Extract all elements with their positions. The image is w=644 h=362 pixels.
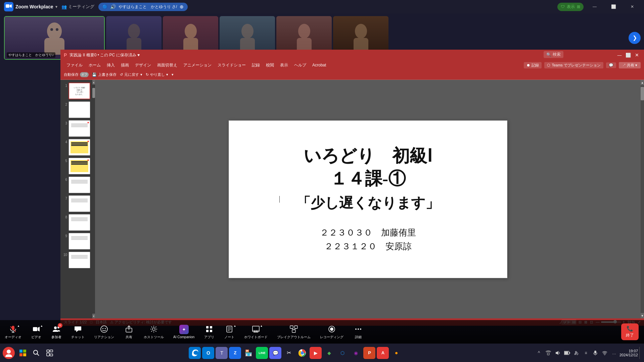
meeting-tab[interactable]: 👥 ミーティング <box>61 4 94 10</box>
taskbar-app1[interactable]: ▶ <box>310 347 322 359</box>
chat-tool[interactable]: チャット <box>66 323 89 341</box>
comments-icon-btn[interactable]: 💬 <box>606 62 616 68</box>
menu-animations[interactable]: アニメーション <box>181 62 214 69</box>
sys-sound[interactable] <box>554 349 562 357</box>
ppt-search-box[interactable]: 🔍 検索 <box>544 51 563 58</box>
slide-view-scrollbar[interactable]: ▲ ▼ <box>641 80 644 318</box>
share-tool[interactable]: 共有 <box>119 323 139 341</box>
menu-design[interactable]: デザイン <box>132 62 154 69</box>
scroll-down-btn[interactable]: ▼ <box>92 314 95 318</box>
menu-home[interactable]: ホーム <box>86 62 103 69</box>
audio-chevron[interactable]: ▲ <box>17 324 20 327</box>
taskview-button[interactable] <box>43 346 56 360</box>
whiteboard-tool[interactable]: ▲ ホワイトボード <box>239 323 272 341</box>
slide-thumb-5[interactable]: 5★ <box>62 158 90 174</box>
close-button[interactable]: ✕ <box>625 1 640 12</box>
taskbar-app3[interactable]: ⬡ <box>336 347 349 359</box>
menu-acrobat[interactable]: Acrobat <box>310 62 329 68</box>
gallery-next-button[interactable]: ❯ <box>629 32 641 44</box>
taskbar-teams[interactable]: T <box>216 347 228 359</box>
reaction-tool[interactable]: リアクション <box>89 323 119 341</box>
slide-thumb-4[interactable]: 4★ <box>62 139 90 156</box>
minimize-button[interactable]: — <box>587 1 602 12</box>
notes-chevron[interactable]: ▲ <box>233 324 236 327</box>
sys-mic[interactable] <box>591 349 599 357</box>
taskbar-user-avatar[interactable] <box>3 347 15 359</box>
host-tools-tool[interactable]: ホストツール <box>139 323 169 341</box>
sys-ja[interactable]: あ <box>572 349 581 357</box>
video-tool[interactable]: ▲ ビデオ <box>26 323 46 341</box>
slide-thumb-10[interactable]: 10 <box>62 252 90 268</box>
start-button[interactable] <box>16 346 30 360</box>
taskbar-acrobat[interactable]: A <box>377 347 389 359</box>
ppt-restore[interactable]: ⬜ <box>625 51 632 59</box>
more-tool[interactable]: 詳細 <box>348 323 368 341</box>
participants-more-btn[interactable]: ⊕ <box>180 4 184 9</box>
slide-thumb-7[interactable]: 7 <box>62 195 90 212</box>
recording-tool[interactable]: レコーディング <box>315 323 348 341</box>
undo-icon[interactable]: ↺ <box>120 72 123 77</box>
sys-chevron[interactable]: ^ <box>535 349 543 357</box>
end-button[interactable]: 📞 終了 <box>621 323 639 340</box>
taskbar-app5[interactable]: ● <box>390 347 402 359</box>
taskbar-powerpoint[interactable]: P <box>363 347 375 359</box>
ppt-close[interactable]: ✕ <box>633 51 641 59</box>
taskbar-zoom[interactable]: Z <box>229 347 241 359</box>
video-chevron[interactable]: ▲ <box>40 324 43 327</box>
restore-button[interactable]: ⬜ <box>606 1 621 12</box>
taskbar-chrome[interactable] <box>296 347 308 359</box>
undo-dropdown[interactable]: ▾ <box>140 72 142 77</box>
slide-thumb-3[interactable]: 3★ <box>62 120 90 137</box>
menu-insert[interactable]: 挿入 <box>104 62 118 69</box>
teams-present-btn[interactable]: ⬡ Teams でプレゼンテーション <box>544 62 603 68</box>
redo-icon[interactable]: ↻ <box>146 72 149 77</box>
security-button[interactable]: 🛡 表示 ⊞ <box>557 3 584 11</box>
scroll-up-btn[interactable]: ▲ <box>92 80 95 85</box>
sys-battery[interactable] <box>563 349 571 357</box>
whiteboard-chevron[interactable]: ▲ <box>260 324 263 327</box>
autosave-toggle[interactable]: オフ <box>80 72 89 77</box>
record-btn[interactable]: ⏺ 記録 <box>524 62 542 68</box>
ai-companion-tool[interactable]: ✦ AI Companion <box>169 323 199 340</box>
taskbar-app4[interactable]: ◉ <box>350 347 362 359</box>
menu-draw[interactable]: 描画 <box>118 62 132 69</box>
slide-thumb-2[interactable]: 2 <box>62 101 90 118</box>
slide-thumb-1[interactable]: 1いろどり 初級Ⅰ14課-①「少し遅くなります」 <box>62 83 90 99</box>
taskbar-store[interactable]: 🏪 <box>242 347 255 359</box>
vscroll-thumb[interactable] <box>641 87 644 100</box>
menu-help[interactable]: ヘルプ <box>291 62 309 69</box>
taskbar-outlook[interactable]: O <box>202 347 214 359</box>
scroll-thumb[interactable] <box>92 88 95 98</box>
redo-dropdown[interactable]: ▾ <box>166 72 168 77</box>
slide-thumb-9[interactable]: 9 <box>62 233 90 250</box>
sys-dots[interactable]: … <box>610 349 618 357</box>
vscroll-down[interactable]: ▼ <box>641 313 644 318</box>
sys-wifi-dots[interactable]: ≡ <box>582 349 590 357</box>
participants-bar[interactable]: 🔵 🔊 やすはらまこと かとゆうり さ/ ⊕ <box>98 3 188 11</box>
taskbar-snip[interactable]: ✂ <box>283 347 295 359</box>
menu-view[interactable]: 表示 <box>277 62 291 69</box>
apps-tool[interactable]: アプリ <box>199 323 219 341</box>
show-desktop[interactable] <box>639 347 641 359</box>
taskbar-app2[interactable]: ◆ <box>323 347 335 359</box>
menu-transitions[interactable]: 画面切替え <box>154 62 180 69</box>
breakout-tool[interactable]: ブレイクアウトルーム <box>272 323 315 341</box>
slide-thumb-6[interactable]: 6 <box>62 176 90 193</box>
taskbar-edge[interactable] <box>189 347 201 359</box>
zoom-logo[interactable]: Zoom Workplace ▾ <box>4 2 57 11</box>
search-button[interactable] <box>30 346 43 360</box>
slide-view[interactable]: いろどり 初級Ⅰ １４課-① 「少し遅くなります」 ２２３０３０ 加藤侑里 ２２… <box>95 80 641 318</box>
notes-tool[interactable]: ▲ ノート <box>219 323 239 341</box>
sys-wifi[interactable] <box>601 349 609 357</box>
slide-panel-scrollbar[interactable]: ▲ ▼ <box>92 80 95 318</box>
vscroll-up[interactable]: ▲ <box>641 80 644 85</box>
ppt-minimize[interactable]: — <box>616 51 623 59</box>
taskbar-discord[interactable]: 💬 <box>269 347 281 359</box>
dropdown-chevron[interactable]: ▾ <box>55 5 57 9</box>
taskbar-line[interactable]: LINE <box>256 347 268 359</box>
menu-record[interactable]: 記録 <box>249 62 263 69</box>
extra-icon[interactable]: ▾ <box>172 72 174 77</box>
menu-review[interactable]: 校閲 <box>263 62 277 69</box>
menu-slideshow[interactable]: スライドショー <box>215 62 248 69</box>
slide-panel[interactable]: 1いろどり 初級Ⅰ14課-①「少し遅くなります」23★4★5★678910 <box>60 80 92 318</box>
